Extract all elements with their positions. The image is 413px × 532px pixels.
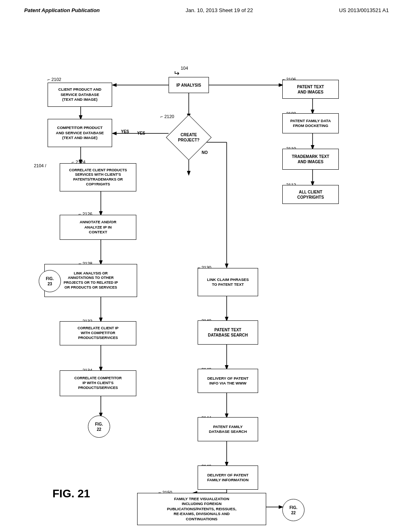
yes-label: YES (121, 129, 129, 134)
all-client-copyrights-box: ALL CLIENTCOPYRIGHTS (282, 185, 339, 204)
fig22-circle-right: FIG.22 (282, 499, 305, 521)
family-tree-visualization-box: FAMILY TREE VISUALIZATIONINCLUDING FOREI… (137, 493, 266, 525)
correlate-client-ip-box: CORRELATE CLIENT IPWITH COMPETITORPRODUC… (60, 321, 136, 345)
diagram-area: 104 ↵ IP ANALYSIS ⌐ 2102 CLIENT PRODUCT … (0, 17, 413, 513)
ref-2104: 2104 / (34, 163, 46, 168)
patent-family-db-search-box: PATENT FAMILYDATABASE SEARCH (198, 417, 258, 441)
correlate-competitor-ip-box: CORRELATE COMPETITORIP WITH CLIENT'SPROD… (60, 370, 136, 396)
header-left: Patent Application Publication (24, 7, 100, 13)
fig22-circle-left: FIG.22 (88, 416, 110, 438)
correlate-client-products-box: CORRELATE CLIENT PRODUCTSSERVICES WITH C… (60, 163, 136, 191)
trademark-text-images-box: TRADEMARK TEXTAND IMAGES (282, 149, 339, 170)
annotate-analyze-box: ANNOTATE AND/ORANALYZE IP INCONTEXT (60, 215, 136, 240)
header-right: US 2013/0013521 A1 (339, 7, 389, 13)
patent-text-db-search-box: PATENT TEXTDATABASE SEARCH (198, 320, 258, 345)
competitor-product-db-box: COMPETITOR PRODUCTAND SERVICE DATABASE(T… (48, 119, 112, 147)
patent-family-data-box: PATENT FAMILY DATAFROM DOCKETING (282, 113, 339, 133)
client-product-db-box: CLIENT PRODUCT ANDSERVICE DATABASE(TEXT … (48, 83, 112, 107)
no-text: NO (202, 150, 208, 155)
fig23-circle: FIG.23 (39, 270, 61, 292)
ref-2120: ⌐ 2120 (161, 114, 174, 119)
yes-text: YES (137, 131, 145, 135)
delivery-patent-info-box: DELIVERY OF PATENTINFO VIA THE WWW (198, 369, 258, 393)
arrow-104: ↵ (173, 69, 179, 78)
ip-analysis-box: IP ANALYSIS (169, 77, 209, 93)
ref-104: 104 (181, 66, 188, 71)
header-center: Jan. 10, 2013 Sheet 19 of 22 (186, 7, 253, 13)
fig-21-label: FIG. 21 (52, 487, 90, 500)
delivery-patent-family-box: DELIVERY OF PATENTFAMILY INFORMATION (198, 466, 258, 490)
link-claim-phrases-box: LINK CLAIM PHRASESTO PATENT TEXT (198, 268, 258, 296)
ref-2102: ⌐ 2102 (48, 77, 61, 82)
patent-text-images-box: PATENT TEXTAND IMAGES (282, 80, 339, 99)
